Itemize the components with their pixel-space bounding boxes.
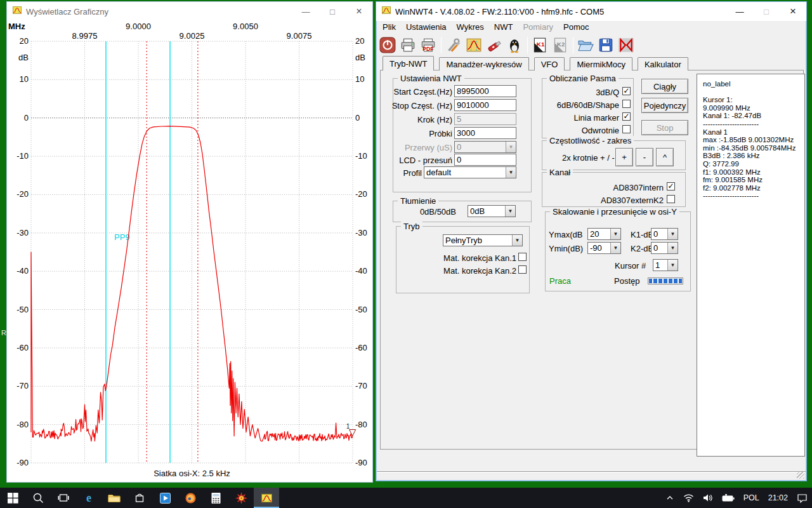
freq-range-button-^[interactable]: ^ bbox=[656, 148, 674, 166]
tab-kalkulator[interactable]: Kalkulator bbox=[638, 57, 688, 70]
freq-range-button--[interactable]: - bbox=[636, 148, 653, 166]
tools-icon[interactable] bbox=[444, 36, 463, 55]
k2-label: K2-dB bbox=[631, 244, 653, 253]
menu-item-ustawienia[interactable]: Ustawienia bbox=[401, 21, 452, 33]
minimize-icon[interactable]: — bbox=[726, 2, 753, 21]
stop-freq-input[interactable]: 9010000 bbox=[454, 99, 516, 111]
menu-item-pomoc[interactable]: Pomoc bbox=[558, 21, 594, 33]
taskbar-app-firefox-icon[interactable] bbox=[178, 488, 203, 508]
linux-tux-icon[interactable] bbox=[505, 36, 524, 55]
freq-range-button-+[interactable]: + bbox=[615, 148, 633, 166]
language-indicator[interactable]: POL bbox=[739, 488, 764, 508]
maximize-icon[interactable]: □ bbox=[319, 2, 346, 21]
mode-combo[interactable]: PełnyTryb▼ bbox=[443, 234, 523, 246]
ymin-combo[interactable]: -90▼ bbox=[587, 242, 621, 254]
clock[interactable]: 21:02 bbox=[764, 488, 792, 508]
correction-ch2-checkbox[interactable] bbox=[518, 265, 527, 274]
print-pdf-icon[interactable]: PDF bbox=[419, 36, 438, 55]
chevron-down-icon[interactable]: ▼ bbox=[512, 235, 522, 246]
lcd-offset-input[interactable]: 0 bbox=[454, 154, 516, 166]
start-freq-input[interactable]: 8995000 bbox=[454, 85, 516, 97]
k1-channel-icon[interactable]: K1 bbox=[530, 36, 549, 55]
k1-combo[interactable]: 0▼ bbox=[651, 228, 678, 240]
obliczanie-1-checkbox[interactable] bbox=[622, 100, 631, 108]
tab-vfo[interactable]: VFO bbox=[534, 57, 565, 70]
attenuation-combo[interactable]: 0dB▼ bbox=[468, 205, 516, 217]
maximize-icon[interactable]: □ bbox=[753, 2, 780, 21]
cursor-number-label: Kursor # bbox=[615, 261, 646, 271]
chevron-down-icon[interactable]: ▼ bbox=[610, 229, 620, 239]
taskbar-app-edge-icon[interactable]: e bbox=[76, 488, 102, 508]
main-window-titlebar[interactable]: WinNWT4 - V.4.08.02 - FW:2.110:V00 - hfm… bbox=[376, 2, 806, 21]
k2-channel-icon[interactable]: K2 bbox=[551, 36, 570, 55]
resize-grip[interactable] bbox=[797, 471, 804, 479]
close-icon[interactable]: × bbox=[346, 2, 372, 21]
statusbar-divider bbox=[377, 471, 806, 472]
menu-item-wykres[interactable]: Wykres bbox=[452, 21, 489, 33]
profile-combo[interactable]: default▼ bbox=[424, 166, 516, 178]
taskbar-apps: e bbox=[0, 488, 279, 508]
kanal-1-checkbox[interactable] bbox=[667, 195, 675, 203]
continuous-sweep-button[interactable]: Ciągły bbox=[641, 79, 688, 94]
menu-item-pomiary[interactable]: Pomiary bbox=[518, 21, 558, 33]
chevron-down-icon[interactable]: ▼ bbox=[667, 229, 678, 239]
tab-miermikmocy[interactable]: MiermikMocy bbox=[570, 57, 632, 70]
taskbar-app-calculator-icon[interactable] bbox=[203, 488, 228, 508]
volume-icon[interactable] bbox=[698, 488, 717, 508]
samples-input[interactable]: 3000 bbox=[454, 127, 516, 139]
tray-chevron-up-icon[interactable] bbox=[661, 488, 679, 508]
open-file-icon[interactable] bbox=[576, 36, 595, 55]
taskbar-app-task-view-icon[interactable] bbox=[51, 488, 76, 508]
tab-manadżer-wykresów[interactable]: Manadżer-wykresów bbox=[439, 57, 528, 70]
tab-tryb-nwt[interactable]: Tryb-NWT bbox=[383, 56, 434, 70]
save-file-icon[interactable] bbox=[596, 36, 615, 55]
k2-combo[interactable]: 0▼ bbox=[651, 242, 678, 254]
chevron-down-icon[interactable]: ▼ bbox=[506, 167, 516, 178]
taskbar-app-winnwt-icon[interactable] bbox=[254, 488, 279, 508]
info-line: ----------------------- bbox=[703, 120, 804, 128]
group-title: Ustawienia NWT bbox=[398, 74, 464, 83]
status-praca-label: Praca bbox=[549, 276, 571, 286]
wifi-icon[interactable] bbox=[679, 488, 698, 508]
spectrum-plot[interactable]: PP91 bbox=[31, 41, 353, 463]
minimize-icon[interactable]: — bbox=[292, 2, 319, 21]
graph-window-titlebar[interactable]: Wyświetlacz Graficzny — □ × bbox=[7, 2, 372, 21]
taskbar-app-sun-app-icon[interactable] bbox=[228, 488, 254, 508]
menu-item-plik[interactable]: Plik bbox=[377, 21, 401, 33]
x-tick-label: 9.0000 bbox=[119, 22, 157, 31]
menu-item-nwt[interactable]: NWT bbox=[489, 21, 518, 33]
single-sweep-button[interactable]: Pojedynczy bbox=[641, 98, 688, 113]
x-axis-unit: MHz bbox=[8, 22, 25, 31]
chevron-down-icon[interactable]: ▼ bbox=[505, 206, 515, 217]
power-icon[interactable] bbox=[378, 36, 397, 55]
swiss-knife-icon[interactable] bbox=[485, 36, 504, 55]
chevron-down-icon[interactable]: ▼ bbox=[667, 260, 678, 271]
y-tick-label: 0 bbox=[7, 113, 29, 123]
chevron-down-icon[interactable]: ▼ bbox=[667, 243, 678, 253]
measurement-info-panel[interactable]: no_label Kursor 1:9.009990 MHzKanał 1: -… bbox=[697, 74, 805, 457]
info-line: ----------------------- bbox=[703, 192, 804, 200]
obliczanie-3-checkbox[interactable] bbox=[622, 125, 631, 133]
taskbar-app-movies-icon[interactable] bbox=[152, 488, 178, 508]
info-line bbox=[703, 88, 804, 97]
print-icon[interactable] bbox=[398, 36, 417, 55]
chevron-down-icon[interactable]: ▼ bbox=[610, 243, 620, 253]
close-icon[interactable]: × bbox=[780, 2, 806, 21]
obliczanie-2-checkbox[interactable]: ✓ bbox=[622, 112, 631, 121]
correction-ch1-checkbox[interactable] bbox=[518, 253, 527, 261]
sweep-clear-icon[interactable] bbox=[617, 36, 636, 55]
taskbar-app-search-icon[interactable] bbox=[25, 488, 51, 508]
kanal-0-checkbox[interactable]: ✓ bbox=[667, 182, 675, 190]
cursor-number-combo[interactable]: 1▼ bbox=[653, 259, 678, 271]
taskbar-app-store-icon[interactable] bbox=[127, 488, 152, 508]
sweep-settings-icon[interactable] bbox=[464, 36, 483, 55]
k1-label: K1-dB bbox=[631, 230, 653, 239]
taskbar-app-start-icon[interactable] bbox=[0, 488, 25, 508]
obliczanie-0-checkbox[interactable]: ✓ bbox=[622, 87, 631, 95]
taskbar-app-explorer-icon[interactable] bbox=[102, 488, 127, 508]
ymax-combo[interactable]: 20▼ bbox=[587, 228, 621, 240]
kanal-1-label: AD8307externK2 bbox=[566, 196, 664, 205]
battery-icon[interactable] bbox=[717, 488, 739, 508]
action-center-icon[interactable] bbox=[792, 488, 812, 508]
info-line: 9.009990 MHz bbox=[703, 104, 804, 112]
